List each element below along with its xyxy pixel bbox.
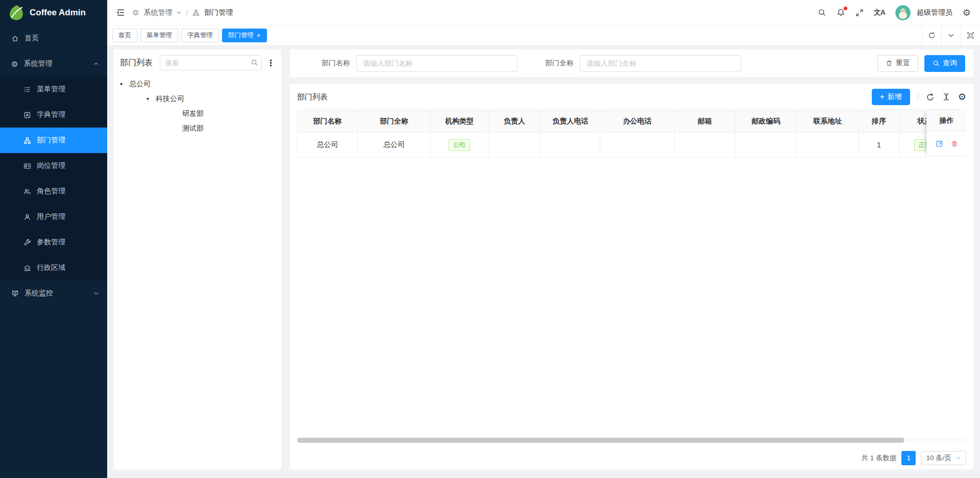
add-button[interactable]: + 新增 (872, 89, 910, 105)
sidebar-group-monitor[interactable]: 系统监控 (0, 281, 107, 306)
search-icon[interactable] (251, 59, 258, 66)
breadcrumb-system[interactable]: 系统管理 (143, 8, 172, 17)
tree-node-label: 总公司 (129, 80, 151, 89)
refresh-icon[interactable] (926, 93, 935, 102)
notification-bell-icon[interactable] (837, 8, 845, 17)
breadcrumb-separator: / (186, 9, 188, 17)
page-size-select[interactable]: 10 条/页 (921, 451, 966, 465)
table-card-header: 部门列表 + 新增 ⚙ (297, 84, 966, 110)
search-filter-card: 部门名称 部门全称 重置 查询 (289, 49, 974, 78)
search-icon[interactable] (818, 8, 826, 17)
dept-table-card: 部门列表 + 新增 ⚙ 部门名称 部门全称 机构类型 负责人 负责人电话 (289, 84, 974, 470)
sidebar-item-dept-mgmt[interactable]: 部门管理 (0, 128, 107, 153)
sidebar-item-label: 菜单管理 (37, 85, 65, 94)
operation-cell (927, 132, 966, 156)
tree-node-label: 测试部 (182, 124, 204, 133)
tree-search-input[interactable] (160, 55, 262, 70)
sidebar-item-region-mgmt[interactable]: 行政区域 (0, 255, 107, 281)
tab-bar: 首页 菜单管理 字典管理 部门管理 ✕ (107, 26, 980, 46)
cell-postcode (736, 133, 797, 157)
cell-office-phone (600, 133, 675, 157)
maximize-icon[interactable] (961, 26, 980, 45)
sidebar: Coffee Admin 首页 ⚙ 系统管理 菜单管理 字典管理 部门管理 (0, 0, 107, 478)
page-number-button[interactable]: 1 (901, 451, 916, 465)
more-options-icon[interactable]: ⋮ (266, 59, 275, 67)
delete-trash-icon[interactable] (951, 140, 958, 147)
col-header: 负责人电话 (541, 110, 600, 132)
menu-fold-icon[interactable] (116, 8, 125, 17)
chevron-down-icon (956, 456, 961, 460)
scrollbar-thumb[interactable] (297, 438, 904, 443)
sidebar-item-label: 角色管理 (37, 187, 65, 196)
sidebar-item-label: 首页 (24, 34, 39, 43)
cell-sort: 1 (859, 133, 899, 157)
refresh-icon[interactable] (922, 26, 941, 45)
dictionary-icon (23, 111, 31, 119)
tree-node-test-dept[interactable]: 测试部 (120, 121, 275, 136)
col-header: 部门名称 (298, 110, 358, 132)
tab-menu-mgmt[interactable]: 菜单管理 (140, 29, 178, 42)
caret-down-icon[interactable]: ▾ (120, 81, 129, 87)
col-header: 部门全称 (358, 110, 431, 132)
sidebar-item-role-mgmt[interactable]: 角色管理 (0, 179, 107, 204)
tab-home[interactable]: 首页 (112, 29, 137, 42)
dept-fullname-label: 部门全称 (545, 59, 574, 68)
app-logo: Coffee Admin (0, 0, 107, 26)
current-user-name[interactable]: 超级管理员 (917, 8, 952, 17)
sidebar-group-system[interactable]: ⚙ 系统管理 (0, 51, 107, 77)
caret-down-icon[interactable]: ▾ (146, 96, 156, 102)
translate-icon[interactable]: 文A (874, 8, 885, 17)
query-button[interactable]: 查询 (924, 55, 965, 72)
settings-gear-icon[interactable]: ⚙ (963, 8, 971, 17)
col-header: 邮箱 (675, 110, 736, 132)
sidebar-item-param-mgmt[interactable]: 参数管理 (0, 230, 107, 255)
dept-tree: ▾ 总公司 ▾ 科技公司 研发部 测试部 (120, 77, 275, 136)
cell-status: 正常 (899, 133, 926, 157)
column-height-icon[interactable] (942, 93, 950, 101)
dept-tree-panel: 部门列表 ⋮ ▾ 总公司 ▾ 科技公司 研发部 测试部 (113, 49, 282, 470)
table-row: 总公司 总公司 公司 1 正常 (297, 133, 926, 158)
col-header: 机构类型 (431, 110, 488, 132)
tab-label: 字典管理 (187, 31, 213, 40)
tree-panel-header: 部门列表 ⋮ (120, 55, 275, 70)
tree-node-rd-dept[interactable]: 研发部 (120, 106, 275, 121)
sidebar-item-dict-mgmt[interactable]: 字典管理 (0, 102, 107, 128)
edit-icon[interactable] (936, 140, 943, 147)
fullscreen-icon[interactable] (855, 9, 864, 17)
chevron-down-icon[interactable] (941, 26, 961, 45)
org-type-tag: 公司 (449, 139, 470, 151)
tree-node-tech-company[interactable]: ▾ 科技公司 (120, 91, 275, 106)
tree-panel-title: 部门列表 (120, 58, 153, 68)
sidebar-item-post-mgmt[interactable]: 岗位管理 (0, 153, 107, 179)
tab-dept-mgmt[interactable]: 部门管理 ✕ (222, 29, 267, 42)
sidebar-item-label: 部门管理 (37, 136, 65, 145)
sidebar-item-menu-mgmt[interactable]: 菜单管理 (0, 77, 107, 102)
cell-email (675, 133, 736, 157)
tree-search (160, 55, 262, 70)
dept-fullname-input[interactable] (580, 55, 741, 72)
sidebar-group-label: 系统监控 (24, 289, 53, 298)
content-area: 部门列表 ⋮ ▾ 总公司 ▾ 科技公司 研发部 测试部 (107, 46, 980, 478)
roles-icon (23, 188, 31, 195)
close-icon[interactable]: ✕ (257, 34, 261, 38)
id-card-icon (23, 162, 31, 170)
tree-node-head-office[interactable]: ▾ 总公司 (120, 77, 275, 91)
reset-button[interactable]: 重置 (877, 55, 918, 72)
col-header: 状态 (899, 110, 926, 132)
sidebar-item-home[interactable]: 首页 (0, 26, 107, 51)
tab-dict-mgmt[interactable]: 字典管理 (181, 29, 219, 42)
tab-label: 菜单管理 (146, 31, 172, 40)
filter-buttons: 重置 查询 (877, 55, 965, 72)
dept-name-input[interactable] (356, 55, 518, 72)
avatar[interactable] (895, 5, 911, 20)
app-title: Coffee Admin (30, 8, 86, 18)
query-button-label: 查询 (943, 59, 957, 68)
total-count-text: 共 1 条数据 (861, 454, 896, 463)
reset-button-label: 重置 (896, 59, 910, 68)
sidebar-item-user-mgmt[interactable]: 用户管理 (0, 204, 107, 230)
fixed-operation-column: 操作 (926, 110, 966, 156)
header-actions: 文A 超级管理员 ⚙ (818, 5, 971, 20)
column-settings-gear-icon[interactable]: ⚙ (958, 92, 966, 102)
org-tree-icon (23, 137, 31, 144)
chevron-down-icon (177, 11, 181, 14)
